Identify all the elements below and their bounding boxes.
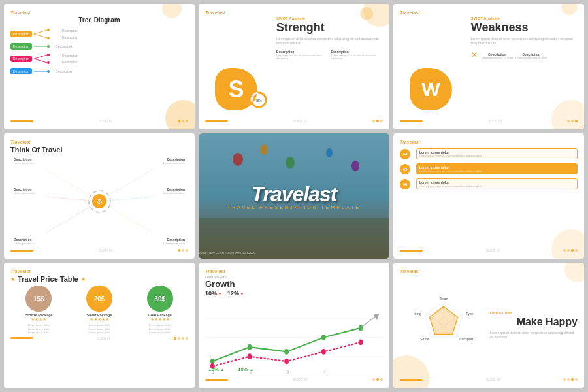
spacer — [413, 169, 414, 169]
slide1-footer: SLIDE 01 — [10, 119, 188, 123]
hero-subtitle: TRAVEL PRESENTATION TEMPLATE — [227, 205, 361, 210]
price-features-bronze: Lorem ipsum dolorLorem ipsum dolorLorem … — [28, 323, 50, 335]
svg-text:Type: Type — [466, 312, 473, 316]
makehappy-text: Office Chart Make Happy Lorem ipsum dolo… — [490, 275, 578, 376]
slide-think-travel: Travelast Think Of Travel Description Lo… — [4, 133, 195, 259]
timeline-item-2: 05 Lorem ipsum dolor Lorem ipsum dolor s… — [400, 163, 578, 174]
think-text-tr: Lorem ipsum dolor — [163, 161, 185, 165]
slide-make-happy: Travelast Team Type Transport — [393, 263, 584, 388]
stars-silver: ★★★★★ — [90, 317, 109, 322]
spacer — [413, 154, 414, 154]
dot — [376, 120, 379, 122]
slide4-footer: SLIDE 04 — [10, 248, 188, 252]
svg-text:Hiring: Hiring — [414, 312, 421, 316]
svg-line-1 — [34, 34, 47, 38]
dot — [186, 249, 188, 252]
think-text-mr: Lorem ipsum dolor — [163, 191, 185, 195]
dot — [380, 378, 383, 381]
logo-1: Travelast — [10, 10, 188, 15]
timeline-bar-1: Lorem ipsum dolor Lorem ipsum dolor sit … — [416, 148, 578, 159]
makehappy-title: Make Happy — [490, 316, 578, 328]
slide-strenght: Travelast S 78% SWOT Analysis Strenght L… — [199, 4, 389, 129]
think-item-mr: Description Lorem ipsum dolor — [163, 188, 185, 195]
timeline-container: 04 Lorem ipsum dolor Lorem ipsum dolor s… — [400, 148, 578, 246]
slide4-title: Think Of Travel — [10, 146, 188, 154]
star-left: ★ — [10, 276, 15, 282]
svg-point-41 — [359, 339, 363, 345]
dot — [563, 249, 566, 252]
footer-bar-5 — [400, 250, 423, 252]
svg-point-38 — [248, 353, 252, 359]
think-item-tl: Description Lorem ipsum dolor — [14, 157, 35, 165]
strenght-layout: S 78% SWOT Analysis Strenght Lorem ipsum… — [205, 16, 383, 117]
timeline-text-2: Lorem ipsum dolor sit amet consectetur a… — [419, 169, 574, 172]
footer-bar-7 — [205, 379, 228, 381]
think-text-tl: Lorem ipsum dolor — [14, 161, 35, 165]
stat-value-1: 10% — [205, 290, 217, 297]
footer-page-5: SLIDE 05 — [486, 248, 500, 252]
slide6-header: ★ Travel Price Table ★ — [10, 275, 188, 283]
dot — [571, 378, 574, 381]
slide-tree-diagram: Travelast Tree Diagram Description Descr… — [4, 4, 195, 129]
svg-point-5 — [47, 45, 50, 48]
think-item-bl: Description Lorem ipsum dolor — [14, 238, 35, 245]
logo-7: Travelast — [205, 269, 383, 274]
growth-bottom-stat-1: 15% ▲ — [208, 367, 224, 372]
logo-8: Travelast — [400, 269, 578, 274]
svg-point-35 — [321, 335, 326, 340]
footer-dots-4 — [178, 249, 188, 252]
growth-stat-1: 10% ▼ — [205, 290, 222, 297]
strenght-desc-row: Description Lorem ipsum dolor sit amet c… — [276, 50, 383, 60]
weakness-cross-row: ✕ Description Lorem ipsum dolor sit amet… — [471, 50, 578, 59]
price-circle-silver: 20$ — [86, 286, 112, 312]
tree-lines-1 — [34, 27, 60, 41]
footer-dots-8 — [563, 378, 578, 381]
timeline-item-3: 06 Lorem ipsum dolor Lorem ipsum dolor s… — [400, 178, 578, 189]
letter-w: W — [421, 78, 440, 101]
svg-text:Price: Price — [421, 337, 429, 341]
think-center: Description Lorem ipsum dolor Descriptio… — [10, 156, 188, 246]
dot — [567, 249, 570, 252]
slide-price-table: Travelast ★ Travel Price Table ★ 15$ Bro… — [4, 263, 195, 388]
price-card-gold: 30$ Gold Package ★★★★★ Lorem ipsum dolor… — [131, 286, 188, 335]
hero-content: Travelast TRAVEL PRESENTATION TEMPLATE — [199, 133, 389, 259]
w-desc-text-1: Lorem ipsum dolor sit amet — [482, 56, 513, 59]
weakness-title: Weakness — [471, 21, 578, 35]
footer-bar-4 — [10, 250, 33, 252]
tree-item-4: Description Description — [10, 67, 188, 75]
weakness-desc-1: Description Lorem ipsum dolor sit amet — [482, 52, 513, 59]
w-desc-text-2: Lorem ipsum dolor sit amet — [515, 56, 547, 59]
tree-box-4: Description — [10, 68, 32, 74]
slide-hero: Travelast TRAVEL PRESENTATION TEMPLATE 2… — [199, 133, 389, 259]
dot — [174, 337, 176, 340]
price-circle-bronze: 15$ — [25, 286, 52, 312]
footer-page-8: SLIDE 08 — [486, 378, 500, 382]
strenght-description: Lorem ipsum dolor sit amet consectetur a… — [276, 37, 383, 46]
makehappy-layout: Team Type Transport Price Hiring Office … — [400, 275, 578, 376]
dot — [372, 120, 375, 122]
price-amount-bronze: 15$ — [33, 295, 44, 302]
footer-dots-7 — [372, 378, 383, 381]
timeline-bar-3: Lorem ipsum dolor Lorem ipsum dolor sit … — [416, 178, 578, 189]
tree-container: Description Description Description Desc… — [10, 27, 188, 117]
svg-point-34 — [284, 349, 289, 355]
price-card-silver: 20$ Silver Package ★★★★★ Lorem ipsum dol… — [71, 286, 128, 335]
growth-bottom-stat-2: 18% ▲ — [238, 367, 253, 372]
tree-box-2: Description — [10, 43, 32, 50]
strenght-desc-1: Description Lorem ipsum dolor sit amet c… — [276, 50, 329, 60]
tree-lines-2 — [34, 42, 54, 50]
growth-chart-svg: 1 2 3 4 — [205, 299, 383, 376]
dot — [182, 120, 184, 122]
weakness-desc-row: Description Lorem ipsum dolor sit amet D… — [482, 52, 547, 59]
office-label: Office Chart — [490, 311, 578, 315]
logo-2: Travelast — [205, 10, 383, 15]
svg-point-33 — [248, 344, 252, 350]
svg-point-11 — [47, 70, 50, 73]
timeline-text-3: Lorem ipsum dolor sit amet consectetur a… — [419, 184, 574, 188]
think-text-ml: Lorem ipsum dolor — [14, 191, 35, 195]
tree-lines-4 — [34, 67, 54, 75]
dot — [182, 249, 184, 252]
slide-weakness: Travelast W SWOT Analysis Weakness Lorem… — [393, 4, 584, 129]
dot — [380, 120, 383, 122]
price-card-bronze: 15$ Bronze Package ★★★★ Lorem ipsum dolo… — [10, 286, 67, 335]
